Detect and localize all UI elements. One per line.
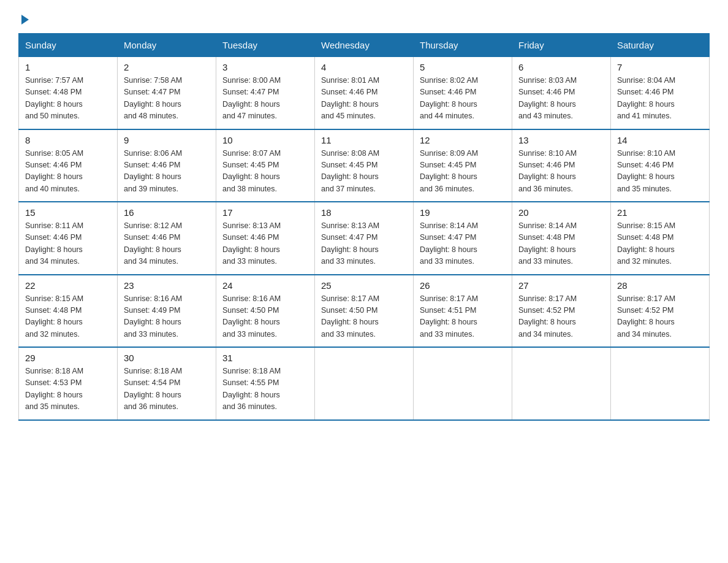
calendar-week-row: 22 Sunrise: 8:15 AMSunset: 4:48 PMDaylig… — [19, 275, 710, 348]
day-info: Sunrise: 8:01 AMSunset: 4:46 PMDaylight:… — [321, 75, 407, 123]
calendar-cell — [512, 347, 611, 420]
calendar-cell: 13 Sunrise: 8:10 AMSunset: 4:46 PMDaylig… — [512, 129, 611, 202]
day-number: 31 — [222, 353, 308, 363]
day-number: 27 — [518, 280, 604, 291]
calendar-cell: 27 Sunrise: 8:17 AMSunset: 4:52 PMDaylig… — [512, 275, 611, 348]
calendar-cell: 20 Sunrise: 8:14 AMSunset: 4:48 PMDaylig… — [512, 202, 611, 275]
calendar-cell: 26 Sunrise: 8:17 AMSunset: 4:51 PMDaylig… — [414, 275, 512, 348]
calendar-cell — [315, 347, 414, 420]
weekday-header-friday: Friday — [512, 34, 611, 57]
calendar-cell: 9 Sunrise: 8:06 AMSunset: 4:46 PMDayligh… — [118, 129, 216, 202]
day-info: Sunrise: 7:57 AMSunset: 4:48 PMDaylight:… — [25, 75, 111, 123]
weekday-header-wednesday: Wednesday — [315, 34, 414, 57]
weekday-header-sunday: Sunday — [19, 34, 118, 57]
calendar-cell: 14 Sunrise: 8:10 AMSunset: 4:46 PMDaylig… — [611, 129, 710, 202]
day-info: Sunrise: 8:14 AMSunset: 4:47 PMDaylight:… — [420, 220, 506, 268]
calendar-cell: 8 Sunrise: 8:05 AMSunset: 4:46 PMDayligh… — [19, 129, 118, 202]
day-info: Sunrise: 8:10 AMSunset: 4:46 PMDaylight:… — [617, 148, 703, 196]
calendar-cell: 11 Sunrise: 8:08 AMSunset: 4:45 PMDaylig… — [315, 129, 414, 202]
day-number: 8 — [25, 135, 111, 145]
day-number: 29 — [25, 353, 111, 363]
day-info: Sunrise: 8:17 AMSunset: 4:52 PMDaylight:… — [617, 293, 703, 341]
calendar-cell: 23 Sunrise: 8:16 AMSunset: 4:49 PMDaylig… — [118, 275, 216, 348]
day-number: 17 — [222, 207, 308, 218]
calendar-cell: 31 Sunrise: 8:18 AMSunset: 4:55 PMDaylig… — [216, 347, 315, 420]
calendar-cell: 10 Sunrise: 8:07 AMSunset: 4:45 PMDaylig… — [216, 129, 315, 202]
logo — [18, 12, 29, 22]
day-number: 22 — [25, 280, 111, 291]
day-info: Sunrise: 8:18 AMSunset: 4:54 PMDaylight:… — [124, 366, 210, 413]
day-info: Sunrise: 8:14 AMSunset: 4:48 PMDaylight:… — [518, 220, 604, 268]
calendar-cell: 25 Sunrise: 8:17 AMSunset: 4:50 PMDaylig… — [315, 275, 414, 348]
weekday-header-row: SundayMondayTuesdayWednesdayThursdayFrid… — [19, 34, 710, 57]
calendar-week-row: 15 Sunrise: 8:11 AMSunset: 4:46 PMDaylig… — [19, 202, 710, 275]
calendar-cell: 30 Sunrise: 8:18 AMSunset: 4:54 PMDaylig… — [118, 347, 216, 420]
calendar-cell: 28 Sunrise: 8:17 AMSunset: 4:52 PMDaylig… — [611, 275, 710, 348]
logo-arrow-icon — [21, 15, 29, 25]
calendar-cell: 2 Sunrise: 7:58 AMSunset: 4:47 PMDayligh… — [118, 57, 216, 129]
calendar-cell: 29 Sunrise: 8:18 AMSunset: 4:53 PMDaylig… — [19, 347, 118, 420]
day-info: Sunrise: 8:11 AMSunset: 4:46 PMDaylight:… — [25, 220, 111, 268]
day-info: Sunrise: 7:58 AMSunset: 4:47 PMDaylight:… — [124, 75, 210, 123]
day-info: Sunrise: 8:04 AMSunset: 4:46 PMDaylight:… — [617, 75, 703, 123]
day-number: 7 — [617, 62, 703, 72]
day-info: Sunrise: 8:13 AMSunset: 4:46 PMDaylight:… — [222, 220, 308, 268]
day-info: Sunrise: 8:16 AMSunset: 4:49 PMDaylight:… — [124, 293, 210, 341]
calendar-cell — [414, 347, 512, 420]
calendar-cell: 19 Sunrise: 8:14 AMSunset: 4:47 PMDaylig… — [414, 202, 512, 275]
day-number: 13 — [518, 135, 604, 145]
day-info: Sunrise: 8:17 AMSunset: 4:52 PMDaylight:… — [518, 293, 604, 341]
day-info: Sunrise: 8:10 AMSunset: 4:46 PMDaylight:… — [518, 148, 604, 196]
calendar-cell: 12 Sunrise: 8:09 AMSunset: 4:45 PMDaylig… — [414, 129, 512, 202]
day-info: Sunrise: 8:06 AMSunset: 4:46 PMDaylight:… — [124, 148, 210, 196]
day-number: 15 — [25, 207, 111, 218]
day-number: 21 — [617, 207, 703, 218]
calendar-cell: 1 Sunrise: 7:57 AMSunset: 4:48 PMDayligh… — [19, 57, 118, 129]
day-number: 2 — [124, 62, 210, 72]
day-info: Sunrise: 8:02 AMSunset: 4:46 PMDaylight:… — [420, 75, 506, 123]
day-number: 26 — [420, 280, 506, 291]
day-number: 23 — [124, 280, 210, 291]
day-info: Sunrise: 8:03 AMSunset: 4:46 PMDaylight:… — [518, 75, 604, 123]
day-info: Sunrise: 8:15 AMSunset: 4:48 PMDaylight:… — [617, 220, 703, 268]
calendar-cell: 4 Sunrise: 8:01 AMSunset: 4:46 PMDayligh… — [315, 57, 414, 129]
day-number: 6 — [518, 62, 604, 72]
day-number: 30 — [124, 353, 210, 363]
calendar-week-row: 1 Sunrise: 7:57 AMSunset: 4:48 PMDayligh… — [19, 57, 710, 129]
day-info: Sunrise: 8:09 AMSunset: 4:45 PMDaylight:… — [420, 148, 506, 196]
day-info: Sunrise: 8:17 AMSunset: 4:51 PMDaylight:… — [420, 293, 506, 341]
day-number: 28 — [617, 280, 703, 291]
calendar-cell: 6 Sunrise: 8:03 AMSunset: 4:46 PMDayligh… — [512, 57, 611, 129]
day-number: 11 — [321, 135, 407, 145]
calendar-week-row: 8 Sunrise: 8:05 AMSunset: 4:46 PMDayligh… — [19, 129, 710, 202]
weekday-header-tuesday: Tuesday — [216, 34, 315, 57]
day-number: 18 — [321, 207, 407, 218]
calendar-cell: 21 Sunrise: 8:15 AMSunset: 4:48 PMDaylig… — [611, 202, 710, 275]
day-number: 16 — [124, 207, 210, 218]
calendar-table: SundayMondayTuesdayWednesdayThursdayFrid… — [18, 33, 710, 421]
day-number: 1 — [25, 62, 111, 72]
day-info: Sunrise: 8:17 AMSunset: 4:50 PMDaylight:… — [321, 293, 407, 341]
calendar-cell: 3 Sunrise: 8:00 AMSunset: 4:47 PMDayligh… — [216, 57, 315, 129]
calendar-cell: 17 Sunrise: 8:13 AMSunset: 4:46 PMDaylig… — [216, 202, 315, 275]
day-info: Sunrise: 8:00 AMSunset: 4:47 PMDaylight:… — [222, 75, 308, 123]
weekday-header-monday: Monday — [118, 34, 216, 57]
calendar-cell: 7 Sunrise: 8:04 AMSunset: 4:46 PMDayligh… — [611, 57, 710, 129]
calendar-cell: 15 Sunrise: 8:11 AMSunset: 4:46 PMDaylig… — [19, 202, 118, 275]
day-info: Sunrise: 8:18 AMSunset: 4:55 PMDaylight:… — [222, 366, 308, 413]
day-number: 19 — [420, 207, 506, 218]
day-number: 24 — [222, 280, 308, 291]
page-header — [18, 12, 710, 22]
weekday-header-saturday: Saturday — [611, 34, 710, 57]
day-number: 5 — [420, 62, 506, 72]
day-number: 10 — [222, 135, 308, 145]
weekday-header-thursday: Thursday — [414, 34, 512, 57]
day-info: Sunrise: 8:12 AMSunset: 4:46 PMDaylight:… — [124, 220, 210, 268]
day-info: Sunrise: 8:08 AMSunset: 4:45 PMDaylight:… — [321, 148, 407, 196]
day-number: 25 — [321, 280, 407, 291]
calendar-cell — [611, 347, 710, 420]
calendar-week-row: 29 Sunrise: 8:18 AMSunset: 4:53 PMDaylig… — [19, 347, 710, 420]
calendar-cell: 18 Sunrise: 8:13 AMSunset: 4:47 PMDaylig… — [315, 202, 414, 275]
day-info: Sunrise: 8:18 AMSunset: 4:53 PMDaylight:… — [25, 366, 111, 413]
calendar-cell: 5 Sunrise: 8:02 AMSunset: 4:46 PMDayligh… — [414, 57, 512, 129]
